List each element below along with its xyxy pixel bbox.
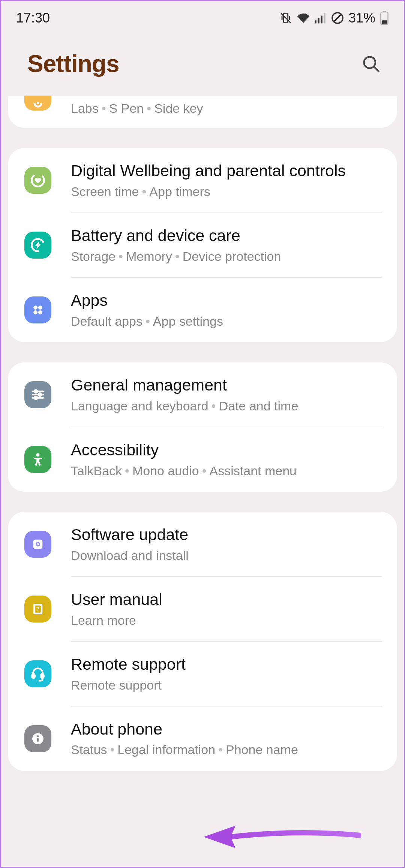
row-subtitle: Language and keyboard•Date and time bbox=[71, 398, 382, 414]
row-title: General management bbox=[71, 375, 382, 395]
row-title: Software update bbox=[71, 525, 382, 545]
settings-header: Settings bbox=[1, 35, 404, 96]
row-apps[interactable]: Apps Default apps•App settings bbox=[8, 278, 397, 342]
battery-care-icon bbox=[24, 232, 51, 259]
row-subtitle: Remote support bbox=[71, 677, 382, 693]
row-subtitle: Status•Legal information•Phone name bbox=[71, 741, 382, 758]
settings-group-system: Software update Download and install ? U… bbox=[8, 512, 397, 771]
row-subtitle: Screen time•App timers bbox=[71, 183, 382, 200]
apps-icon bbox=[24, 296, 51, 323]
software-update-icon bbox=[24, 531, 51, 558]
status-right: 6 31% bbox=[279, 10, 389, 26]
svg-point-16 bbox=[33, 305, 38, 310]
page-title: Settings bbox=[27, 50, 119, 78]
row-subtitle: Default apps•App settings bbox=[71, 313, 382, 329]
svg-rect-31 bbox=[32, 674, 34, 678]
svg-text:?: ? bbox=[36, 606, 40, 612]
row-title: About phone bbox=[71, 719, 382, 739]
settings-group-general: General management Language and keyboard… bbox=[8, 362, 397, 492]
row-title: Digital Wellbeing and parental controls bbox=[71, 161, 382, 181]
about-phone-icon bbox=[24, 725, 51, 752]
settings-group-device: Digital Wellbeing and parental controls … bbox=[8, 148, 397, 342]
row-digital-wellbeing[interactable]: Digital Wellbeing and parental controls … bbox=[8, 148, 397, 213]
search-button[interactable] bbox=[360, 53, 381, 74]
svg-rect-27 bbox=[33, 540, 43, 549]
svg-rect-10 bbox=[382, 20, 387, 24]
row-about-phone[interactable]: About phone Status•Legal information•Pho… bbox=[8, 706, 397, 771]
svg-point-25 bbox=[34, 397, 38, 400]
svg-point-34 bbox=[37, 735, 39, 737]
user-manual-icon: ? bbox=[24, 596, 51, 623]
svg-point-18 bbox=[33, 310, 38, 314]
row-subtitle: Download and install bbox=[71, 547, 382, 564]
svg-point-23 bbox=[34, 390, 38, 393]
svg-point-17 bbox=[38, 305, 42, 310]
svg-point-13 bbox=[37, 102, 39, 105]
status-time: 17:30 bbox=[16, 10, 50, 26]
row-accessibility[interactable]: Accessibility TalkBack•Mono audio•Assist… bbox=[8, 427, 397, 492]
battery-pct: 31% bbox=[348, 10, 375, 26]
annotation-arrow bbox=[204, 822, 361, 852]
row-user-manual[interactable]: ? User manual Learn more bbox=[8, 577, 397, 641]
remote-support-icon bbox=[24, 660, 51, 687]
svg-point-24 bbox=[38, 393, 41, 396]
row-title: Remote support bbox=[71, 654, 382, 675]
svg-rect-4 bbox=[321, 16, 322, 24]
row-subtitle: Storage•Memory•Device protection bbox=[71, 248, 382, 265]
status-bar: 17:30 6 31% bbox=[1, 1, 404, 35]
svg-line-7 bbox=[334, 14, 341, 22]
svg-rect-5 bbox=[324, 13, 326, 23]
row-remote-support[interactable]: Remote support Remote support bbox=[8, 642, 397, 706]
general-icon bbox=[24, 381, 51, 408]
battery-icon bbox=[380, 11, 389, 25]
signal-icon bbox=[315, 12, 327, 24]
svg-rect-9 bbox=[382, 11, 386, 12]
row-advanced-features[interactable]: Labs•S Pen•Side key bbox=[8, 96, 397, 128]
svg-text:6: 6 bbox=[304, 13, 307, 17]
row-title: Accessibility bbox=[71, 440, 382, 460]
vibrate-muted-icon bbox=[279, 12, 292, 24]
row-subtitle: TalkBack•Mono audio•Assistant menu bbox=[71, 462, 382, 479]
row-battery-care[interactable]: Battery and device care Storage•Memory•D… bbox=[8, 213, 397, 277]
row-title: Apps bbox=[71, 290, 382, 311]
search-icon bbox=[361, 54, 381, 73]
row-title: User manual bbox=[71, 590, 382, 610]
svg-rect-35 bbox=[37, 738, 39, 742]
wifi-icon: 6 bbox=[297, 12, 310, 24]
row-subtitle: Labs•S Pen•Side key bbox=[71, 100, 382, 117]
row-general-management[interactable]: General management Language and keyboard… bbox=[8, 362, 397, 427]
svg-rect-2 bbox=[315, 20, 316, 23]
svg-rect-3 bbox=[318, 18, 320, 23]
svg-rect-32 bbox=[41, 674, 44, 678]
no-sim-icon bbox=[331, 12, 344, 24]
wellbeing-icon bbox=[24, 167, 51, 194]
accessibility-icon bbox=[24, 446, 51, 473]
row-subtitle: Learn more bbox=[71, 612, 382, 629]
row-software-update[interactable]: Software update Download and install bbox=[8, 512, 397, 576]
advanced-features-icon bbox=[24, 96, 51, 111]
svg-point-19 bbox=[38, 310, 42, 314]
settings-group-advanced: Labs•S Pen•Side key bbox=[8, 96, 397, 128]
svg-line-12 bbox=[374, 67, 379, 72]
svg-point-26 bbox=[36, 453, 39, 456]
row-title: Battery and device care bbox=[71, 226, 382, 246]
